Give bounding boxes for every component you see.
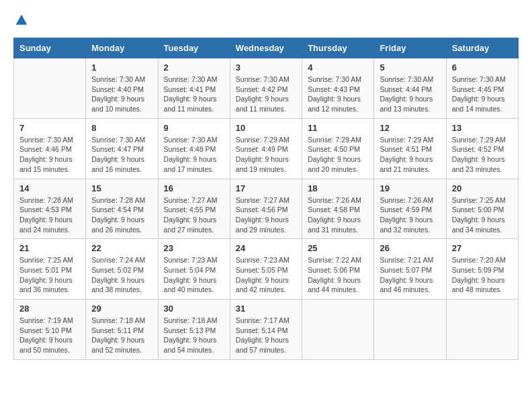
- day-number: 9: [164, 123, 224, 133]
- day-number: 26: [380, 243, 440, 253]
- weekday-header-friday: Friday: [374, 38, 446, 58]
- calendar-cell: 7Sunrise: 7:30 AMSunset: 4:46 PMDaylight…: [14, 118, 86, 179]
- calendar-cell: 6Sunrise: 7:30 AMSunset: 4:45 PMDaylight…: [446, 58, 518, 119]
- day-info: Sunrise: 7:28 AMSunset: 4:54 PMDaylight:…: [91, 195, 152, 235]
- day-number: 16: [164, 183, 224, 193]
- calendar-cell: 28Sunrise: 7:19 AMSunset: 5:10 PMDayligh…: [14, 300, 86, 360]
- calendar-cell: 20Sunrise: 7:25 AMSunset: 5:00 PMDayligh…: [446, 179, 518, 239]
- calendar-cell: 19Sunrise: 7:26 AMSunset: 4:59 PMDayligh…: [374, 179, 446, 239]
- day-number: 4: [308, 62, 368, 73]
- day-number: 1: [91, 62, 152, 73]
- calendar-cell: 29Sunrise: 7:18 AMSunset: 5:11 PMDayligh…: [86, 300, 158, 360]
- day-info: Sunrise: 7:30 AMSunset: 4:43 PMDaylight:…: [308, 75, 368, 114]
- day-number: 13: [452, 123, 513, 133]
- header: [13, 13, 519, 27]
- calendar-cell: 5Sunrise: 7:30 AMSunset: 4:44 PMDaylight…: [374, 58, 446, 119]
- calendar-cell: 21Sunrise: 7:25 AMSunset: 5:01 PMDayligh…: [14, 239, 86, 300]
- day-number: 7: [19, 123, 80, 133]
- calendar-table: SundayMondayTuesdayWednesdayThursdayFrid…: [13, 38, 519, 360]
- day-number: 10: [236, 123, 296, 133]
- day-number: 27: [452, 243, 513, 253]
- calendar-cell: 15Sunrise: 7:28 AMSunset: 4:54 PMDayligh…: [86, 179, 158, 239]
- day-info: Sunrise: 7:18 AMSunset: 5:11 PMDaylight:…: [91, 316, 152, 355]
- svg-marker-0: [16, 15, 28, 25]
- calendar-cell: 17Sunrise: 7:27 AMSunset: 4:56 PMDayligh…: [230, 179, 302, 239]
- day-info: Sunrise: 7:29 AMSunset: 4:49 PMDaylight:…: [236, 135, 296, 175]
- day-info: Sunrise: 7:20 AMSunset: 5:09 PMDaylight:…: [452, 255, 513, 295]
- day-number: 22: [91, 243, 152, 253]
- calendar-cell: 9Sunrise: 7:30 AMSunset: 4:48 PMDaylight…: [158, 118, 230, 179]
- weekday-header-saturday: Saturday: [446, 38, 518, 58]
- day-info: Sunrise: 7:25 AMSunset: 5:01 PMDaylight:…: [19, 255, 80, 295]
- day-number: 28: [19, 304, 80, 314]
- day-number: 12: [380, 123, 440, 133]
- day-info: Sunrise: 7:26 AMSunset: 4:59 PMDaylight:…: [380, 195, 440, 235]
- day-info: Sunrise: 7:30 AMSunset: 4:40 PMDaylight:…: [91, 75, 152, 114]
- calendar-cell: 26Sunrise: 7:21 AMSunset: 5:07 PMDayligh…: [374, 239, 446, 300]
- day-number: 25: [308, 243, 368, 253]
- day-number: 18: [308, 183, 368, 193]
- day-number: 30: [164, 304, 224, 314]
- day-info: Sunrise: 7:24 AMSunset: 5:02 PMDaylight:…: [91, 255, 152, 295]
- day-number: 31: [236, 304, 296, 314]
- day-info: Sunrise: 7:29 AMSunset: 4:50 PMDaylight:…: [308, 135, 368, 175]
- calendar-cell: 18Sunrise: 7:26 AMSunset: 4:58 PMDayligh…: [302, 179, 374, 239]
- day-number: 8: [91, 123, 152, 133]
- day-info: Sunrise: 7:30 AMSunset: 4:41 PMDaylight:…: [164, 75, 224, 114]
- day-info: Sunrise: 7:28 AMSunset: 4:53 PMDaylight:…: [19, 195, 80, 235]
- calendar-cell: 8Sunrise: 7:30 AMSunset: 4:47 PMDaylight…: [86, 118, 158, 179]
- day-info: Sunrise: 7:30 AMSunset: 4:42 PMDaylight:…: [236, 75, 296, 114]
- day-info: Sunrise: 7:23 AMSunset: 5:04 PMDaylight:…: [164, 255, 224, 295]
- day-number: 17: [236, 183, 296, 193]
- calendar-cell: 1Sunrise: 7:30 AMSunset: 4:40 PMDaylight…: [86, 58, 158, 119]
- day-number: 2: [164, 62, 224, 73]
- day-number: 5: [380, 62, 440, 73]
- calendar-week-row: 21Sunrise: 7:25 AMSunset: 5:01 PMDayligh…: [14, 239, 519, 300]
- calendar-week-row: 28Sunrise: 7:19 AMSunset: 5:10 PMDayligh…: [14, 300, 519, 360]
- day-info: Sunrise: 7:27 AMSunset: 4:56 PMDaylight:…: [236, 195, 296, 235]
- day-info: Sunrise: 7:22 AMSunset: 5:06 PMDaylight:…: [308, 255, 368, 295]
- day-info: Sunrise: 7:30 AMSunset: 4:46 PMDaylight:…: [19, 135, 80, 175]
- calendar-cell: 22Sunrise: 7:24 AMSunset: 5:02 PMDayligh…: [86, 239, 158, 300]
- day-number: 15: [91, 183, 152, 193]
- calendar-cell: 16Sunrise: 7:27 AMSunset: 4:55 PMDayligh…: [158, 179, 230, 239]
- day-info: Sunrise: 7:27 AMSunset: 4:55 PMDaylight:…: [164, 195, 224, 235]
- weekday-header-monday: Monday: [86, 38, 158, 58]
- day-number: 11: [308, 123, 368, 133]
- calendar-cell: 25Sunrise: 7:22 AMSunset: 5:06 PMDayligh…: [302, 239, 374, 300]
- day-info: Sunrise: 7:21 AMSunset: 5:07 PMDaylight:…: [380, 255, 440, 295]
- day-info: Sunrise: 7:30 AMSunset: 4:48 PMDaylight:…: [164, 135, 224, 175]
- day-number: 19: [380, 183, 440, 193]
- day-info: Sunrise: 7:17 AMSunset: 5:14 PMDaylight:…: [236, 316, 296, 355]
- calendar-cell: 2Sunrise: 7:30 AMSunset: 4:41 PMDaylight…: [158, 58, 230, 119]
- calendar-cell: [374, 300, 446, 360]
- day-number: 23: [164, 243, 224, 253]
- day-number: 20: [452, 183, 513, 193]
- calendar-cell: 11Sunrise: 7:29 AMSunset: 4:50 PMDayligh…: [302, 118, 374, 179]
- calendar-cell: [446, 300, 518, 360]
- calendar-cell: 3Sunrise: 7:30 AMSunset: 4:42 PMDaylight…: [230, 58, 302, 119]
- calendar-cell: 14Sunrise: 7:28 AMSunset: 4:53 PMDayligh…: [14, 179, 86, 239]
- calendar-cell: 23Sunrise: 7:23 AMSunset: 5:04 PMDayligh…: [158, 239, 230, 300]
- calendar-cell: 31Sunrise: 7:17 AMSunset: 5:14 PMDayligh…: [230, 300, 302, 360]
- logo-icon: [15, 13, 28, 27]
- day-number: 24: [236, 243, 296, 253]
- weekday-header-row: SundayMondayTuesdayWednesdayThursdayFrid…: [14, 38, 519, 58]
- day-info: Sunrise: 7:30 AMSunset: 4:45 PMDaylight:…: [452, 75, 513, 114]
- weekday-header-tuesday: Tuesday: [158, 38, 230, 58]
- day-number: 21: [19, 243, 80, 253]
- day-info: Sunrise: 7:29 AMSunset: 4:52 PMDaylight:…: [452, 135, 513, 175]
- calendar-cell: 10Sunrise: 7:29 AMSunset: 4:49 PMDayligh…: [230, 118, 302, 179]
- day-info: Sunrise: 7:23 AMSunset: 5:05 PMDaylight:…: [236, 255, 296, 295]
- calendar-cell: 30Sunrise: 7:18 AMSunset: 5:13 PMDayligh…: [158, 300, 230, 360]
- day-info: Sunrise: 7:29 AMSunset: 4:51 PMDaylight:…: [380, 135, 440, 175]
- day-info: Sunrise: 7:25 AMSunset: 5:00 PMDaylight:…: [452, 195, 513, 235]
- calendar-cell: 27Sunrise: 7:20 AMSunset: 5:09 PMDayligh…: [446, 239, 518, 300]
- calendar-week-row: 7Sunrise: 7:30 AMSunset: 4:46 PMDaylight…: [14, 118, 519, 179]
- calendar-cell: [14, 58, 86, 119]
- logo: [13, 13, 28, 27]
- day-number: 3: [236, 62, 296, 73]
- day-info: Sunrise: 7:30 AMSunset: 4:47 PMDaylight:…: [91, 135, 152, 175]
- calendar-cell: 24Sunrise: 7:23 AMSunset: 5:05 PMDayligh…: [230, 239, 302, 300]
- calendar-cell: [302, 300, 374, 360]
